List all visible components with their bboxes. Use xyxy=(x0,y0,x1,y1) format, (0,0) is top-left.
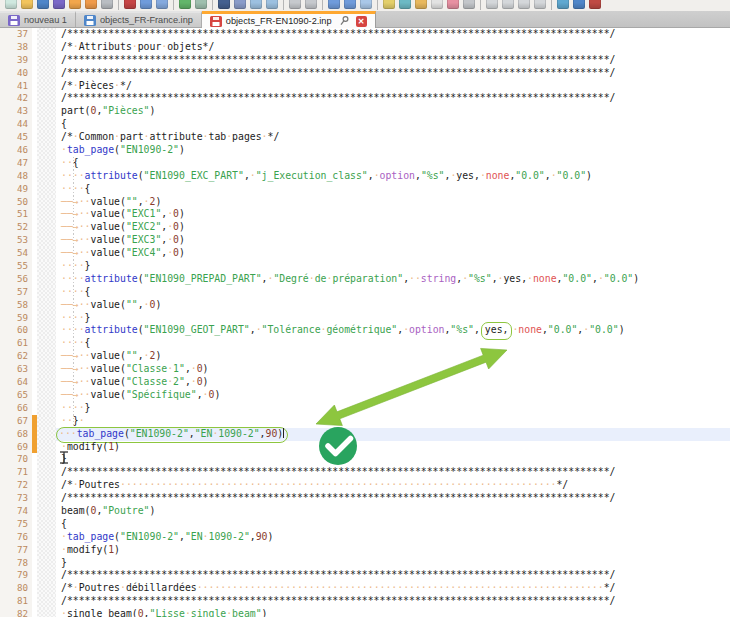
code-line[interactable]: 82·single_beam(0,"Lisse·single·beam") xyxy=(0,608,730,617)
code-line[interactable]: 80/*·Poutres·débillardées···············… xyxy=(0,582,730,595)
code-text: ·tab_page("EN1090-2","EN·1090-2",90) xyxy=(56,531,730,544)
code-line[interactable]: 67··}· xyxy=(0,415,730,428)
toolbar-icon[interactable] xyxy=(234,0,246,9)
toolbar-icon[interactable] xyxy=(53,0,65,9)
code-line[interactable]: 45/*·Common·part·attribute·tab·pages·*/ xyxy=(0,131,730,144)
toolbar-icon[interactable] xyxy=(573,0,585,9)
code-line[interactable]: 61····{ xyxy=(0,337,730,350)
text-caret xyxy=(283,428,284,438)
toolbar-icon[interactable] xyxy=(415,0,427,9)
code-line[interactable]: 37/*************************************… xyxy=(0,28,730,41)
toolbar-icon[interactable] xyxy=(21,0,33,9)
code-line[interactable]: 39/*************************************… xyxy=(0,54,730,67)
toolbar-icon[interactable] xyxy=(218,0,230,9)
code-line[interactable]: 50──→··value("",·2) xyxy=(0,196,730,209)
saved-file-icon xyxy=(8,15,20,26)
code-line[interactable]: 55····} xyxy=(0,260,730,273)
code-line[interactable]: 44{ xyxy=(0,118,730,131)
code-line[interactable]: 38/*·Attributs·pour·objets*/ xyxy=(0,41,730,54)
code-line[interactable]: 69·modify(1) xyxy=(0,441,730,454)
toolbar-icon[interactable] xyxy=(179,0,191,9)
toolbar-icon[interactable] xyxy=(266,0,278,9)
code-line[interactable]: 71/*************************************… xyxy=(0,466,730,479)
code-line[interactable]: 73/*************************************… xyxy=(0,492,730,505)
toolbar-icon[interactable] xyxy=(101,0,113,9)
code-line[interactable]: 47··{ xyxy=(0,157,730,170)
code-line[interactable]: 59····} xyxy=(0,312,730,325)
code-line[interactable]: 40/*************************************… xyxy=(0,67,730,80)
code-text: ·modify(1) xyxy=(56,544,730,557)
toolbar-icon[interactable] xyxy=(502,0,514,9)
toolbar-icon[interactable] xyxy=(140,0,152,9)
code-line[interactable]: 64──→··value("Classe·2",·0) xyxy=(0,376,730,389)
code-line[interactable]: 60····attribute("EN1090_GEOT_PART",·"Tol… xyxy=(0,324,730,337)
code-line[interactable]: 74beam(0,"Poutre") xyxy=(0,505,730,518)
line-number: 82 xyxy=(0,608,32,617)
fold-margin xyxy=(37,28,56,41)
toolbar-icon[interactable] xyxy=(557,0,569,9)
toolbar-icon[interactable] xyxy=(156,0,168,9)
code-line[interactable]: 62──→··value("",·2) xyxy=(0,350,730,363)
toolbar-icon[interactable] xyxy=(431,0,443,9)
close-tab-icon[interactable]: ✕ xyxy=(356,16,367,27)
code-line[interactable]: 56····attribute("EN1090_PREPAD_PART",·"D… xyxy=(0,273,730,286)
toolbar-icon[interactable] xyxy=(399,0,411,9)
code-line[interactable]: 65──→··value("Spécifique",·0) xyxy=(0,389,730,402)
code-line[interactable]: 49····{ xyxy=(0,183,730,196)
line-number: 48 xyxy=(0,170,32,183)
toolbar-icon[interactable] xyxy=(124,0,136,9)
toolbar-icon[interactable] xyxy=(589,0,601,9)
toolbar-icon[interactable] xyxy=(360,0,372,9)
toolbar-icon[interactable] xyxy=(447,0,459,9)
code-line[interactable]: 76·tab_page("EN1090-2","EN·1090-2",90) xyxy=(0,531,730,544)
toolbar-icon[interactable] xyxy=(289,0,301,9)
toolbar-icon[interactable] xyxy=(344,0,356,9)
code-line[interactable]: 77·modify(1) xyxy=(0,544,730,557)
code-line[interactable]: 48····attribute("EN1090_EXC_PART",·"j_Ex… xyxy=(0,170,730,183)
toolbar-icon[interactable] xyxy=(463,0,475,9)
code-line[interactable]: 79/*************************************… xyxy=(0,569,730,582)
code-line[interactable]: 46·tab_page("EN1090-2") xyxy=(0,144,730,157)
code-line[interactable]: 72/*·Poutres····························… xyxy=(0,479,730,492)
code-line[interactable]: 54──→··value("EXC4",·0) xyxy=(0,247,730,260)
code-line[interactable]: 52──→··value("EXC2",·0) xyxy=(0,221,730,234)
fold-margin xyxy=(37,363,56,376)
code-line[interactable]: 41/*·Pièces·*/ xyxy=(0,80,730,93)
code-line[interactable]: 75{ xyxy=(0,518,730,531)
fold-margin xyxy=(37,299,56,312)
code-line[interactable]: 66····} xyxy=(0,402,730,415)
pin-icon[interactable] xyxy=(340,16,349,26)
toolbar-icon[interactable] xyxy=(37,0,49,9)
code-line[interactable]: 53──→··value("EXC3",·0) xyxy=(0,234,730,247)
code-line[interactable]: 51──→··value("EXC1",·0) xyxy=(0,208,730,221)
code-editor[interactable]: 37/*************************************… xyxy=(0,28,730,617)
tab-objects-fr-france[interactable]: objects_FR-France.inp xyxy=(76,11,202,27)
code-line[interactable]: 63──→··value("Classe·1",·0) xyxy=(0,363,730,376)
toolbar-icon[interactable] xyxy=(383,0,395,9)
code-line[interactable]: 57····{ xyxy=(0,286,730,299)
code-line[interactable]: 70} xyxy=(0,453,730,466)
toolbar-icon[interactable] xyxy=(5,0,17,9)
code-line[interactable]: 68···tab_page("EN1090-2","EN·1090-2",90) xyxy=(0,428,730,441)
fold-margin xyxy=(37,196,56,209)
fold-margin xyxy=(37,80,56,93)
toolbar-icon[interactable] xyxy=(69,0,81,9)
code-line[interactable]: 81/*************************************… xyxy=(0,595,730,608)
toolbar-icon[interactable] xyxy=(518,0,530,9)
toolbar-icon[interactable] xyxy=(486,0,498,9)
tab-objects-fr-en1090-2[interactable]: objects_FR-EN1090-2.inp ✕ xyxy=(202,11,376,28)
tab-nouveau-1[interactable]: nouveau 1 xyxy=(0,11,76,27)
code-text: ──→··value("EXC1",·0) xyxy=(56,208,730,221)
code-line[interactable]: 42/*************************************… xyxy=(0,92,730,105)
toolbar-icon[interactable] xyxy=(85,0,97,9)
toolbar-icon[interactable] xyxy=(328,0,340,9)
toolbar-icon[interactable] xyxy=(534,0,546,9)
toolbar-icon[interactable] xyxy=(250,0,262,9)
toolbar-icon[interactable] xyxy=(305,0,317,9)
code-line[interactable]: 43part(0,"Pièces") xyxy=(0,105,730,118)
code-line[interactable]: 78} xyxy=(0,557,730,570)
line-number: 73 xyxy=(0,492,32,505)
code-line[interactable]: 58──→··value("",·0) xyxy=(0,299,730,312)
code-text: /*·Poutres·débillardées·················… xyxy=(56,582,730,595)
toolbar-icon[interactable] xyxy=(195,0,207,9)
